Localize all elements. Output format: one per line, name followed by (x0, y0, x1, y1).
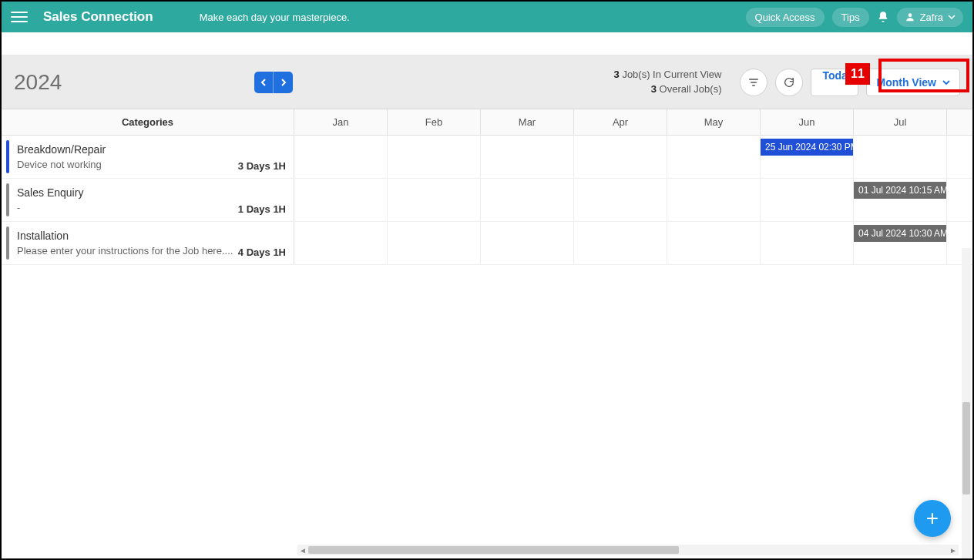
category-cell[interactable]: Breakdown/RepairDevice not working3 Days… (2, 136, 294, 178)
vertical-scrollbar[interactable] (962, 248, 971, 558)
chevron-left-icon (260, 79, 267, 86)
bell-icon[interactable] (877, 11, 889, 23)
month-cell[interactable] (388, 222, 481, 264)
plus-icon: + (926, 506, 939, 531)
month-cell[interactable]: 04 Jul 2024 10:30 AM (854, 222, 947, 264)
month-cell[interactable] (481, 179, 574, 221)
category-cell[interactable]: InstallationPlease enter your instructio… (2, 222, 294, 264)
event-pill[interactable]: 25 Jun 2024 02:30 PM (761, 139, 853, 156)
schedule-grid: Categories JanFebMarAprMayJunJul Breakdo… (2, 109, 972, 558)
sub-header-strip (2, 32, 972, 55)
category-duration: 4 Days 1H (238, 226, 286, 260)
month-cell[interactable] (574, 222, 667, 264)
filter-button[interactable] (740, 69, 767, 96)
horizontal-scrollbar[interactable]: ◄ ► (297, 545, 959, 555)
category-subtitle: - (17, 202, 238, 213)
category-duration: 3 Days 1H (238, 140, 286, 173)
month-cell[interactable] (854, 136, 947, 178)
brand-title: Sales Connection (43, 9, 153, 25)
tips-button[interactable]: Tips (832, 8, 869, 27)
category-color-bar (6, 140, 9, 173)
scroll-right-icon[interactable]: ► (948, 545, 959, 555)
view-dropdown-label: Month View (876, 76, 936, 89)
add-button[interactable]: + (914, 500, 951, 537)
month-cell[interactable] (574, 136, 667, 178)
toolbar: 2024 3 Job(s) In Current View 3 Overall … (2, 55, 972, 109)
category-color-bar (6, 183, 9, 216)
year-label: 2024 (14, 70, 62, 95)
event-pill[interactable]: 01 Jul 2024 10:15 AM (854, 182, 946, 199)
schedule-row: Breakdown/RepairDevice not working3 Days… (2, 136, 972, 179)
view-dropdown[interactable]: Month View (866, 69, 960, 96)
app-header: Sales Connection Make each day your mast… (2, 2, 972, 32)
month-cell[interactable] (667, 179, 761, 221)
month-cell[interactable] (294, 222, 388, 264)
categories-header: Categories (2, 109, 294, 135)
user-menu[interactable]: Zafra (897, 8, 963, 27)
grid-body: Breakdown/RepairDevice not working3 Days… (2, 136, 972, 265)
month-header: Jun (761, 109, 854, 135)
month-cell[interactable]: 01 Jul 2024 10:15 AM (854, 179, 947, 221)
month-cell[interactable] (294, 136, 388, 178)
scroll-track[interactable] (308, 545, 948, 555)
svg-point-0 (908, 13, 912, 17)
scroll-left-icon[interactable]: ◄ (297, 545, 308, 555)
category-color-bar (6, 226, 9, 260)
chevron-right-icon (280, 79, 287, 86)
month-header: Jan (294, 109, 388, 135)
job-counts: 3 Job(s) In Current View 3 Overall Job(s… (614, 68, 722, 96)
category-cell[interactable]: Sales Enquiry-1 Days 1H (2, 179, 294, 221)
callout-badge: 11 (845, 63, 870, 85)
month-header: Mar (481, 109, 574, 135)
category-title: Installation (17, 230, 238, 242)
month-header: Apr (574, 109, 667, 135)
category-title: Breakdown/Repair (17, 143, 238, 156)
person-icon (905, 12, 915, 22)
category-duration: 1 Days 1H (238, 183, 286, 216)
refresh-icon (783, 76, 795, 89)
grid-header: Categories JanFebMarAprMayJunJul (2, 109, 972, 136)
month-cell[interactable] (294, 179, 388, 221)
month-cell[interactable] (388, 179, 481, 221)
refresh-button[interactable] (775, 69, 803, 96)
month-cell[interactable] (761, 179, 854, 221)
filter-icon (747, 76, 760, 89)
month-cell[interactable] (667, 222, 761, 264)
category-title: Sales Enquiry (17, 186, 238, 199)
next-button[interactable] (274, 72, 293, 93)
month-cell[interactable] (481, 136, 574, 178)
tagline: Make each day your masterpiece. (200, 12, 350, 23)
event-pill[interactable]: 04 Jul 2024 10:30 AM (854, 225, 946, 242)
month-cell[interactable] (481, 222, 574, 264)
category-subtitle: Please enter your instructions for the J… (17, 245, 238, 257)
quick-access-button[interactable]: Quick Access (746, 8, 825, 27)
hamburger-menu-icon[interactable] (11, 8, 28, 25)
date-nav (254, 72, 293, 93)
scroll-thumb[interactable] (962, 402, 970, 495)
schedule-row: Sales Enquiry-1 Days 1H01 Jul 2024 10:15… (2, 179, 972, 222)
scroll-thumb[interactable] (308, 546, 679, 554)
month-cell[interactable] (667, 136, 761, 178)
month-header: Jul (854, 109, 947, 135)
chevron-down-icon (948, 13, 956, 21)
prev-button[interactable] (254, 72, 274, 93)
chevron-down-icon (942, 79, 950, 86)
month-cell[interactable]: 25 Jun 2024 02:30 PM (761, 136, 854, 178)
schedule-row: InstallationPlease enter your instructio… (2, 222, 972, 265)
month-cell[interactable] (388, 136, 481, 178)
month-cell[interactable] (574, 179, 667, 221)
user-name: Zafra (920, 12, 943, 23)
category-subtitle: Device not working (17, 159, 238, 170)
month-cell[interactable] (761, 222, 854, 264)
month-header: Feb (388, 109, 481, 135)
month-header: May (667, 109, 761, 135)
